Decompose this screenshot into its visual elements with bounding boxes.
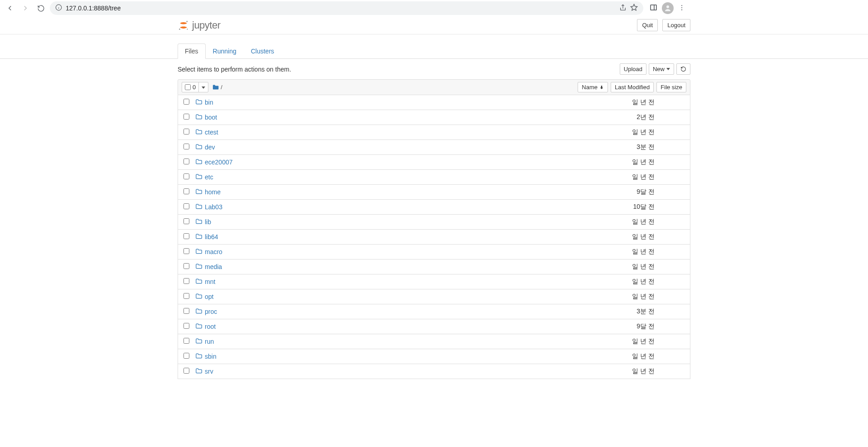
folder-icon	[195, 248, 202, 255]
tab-running[interactable]: Running	[206, 43, 244, 59]
panel-icon[interactable]	[650, 4, 657, 13]
folder-icon	[195, 278, 202, 284]
folder-icon	[195, 293, 202, 299]
file-name-link[interactable]: opt	[205, 293, 213, 300]
file-name-link[interactable]: sbin	[205, 353, 217, 360]
file-name-link[interactable]: macro	[205, 248, 222, 255]
file-modified: 3분 전	[600, 143, 655, 151]
file-row: srv일 년 전	[178, 364, 690, 379]
kebab-menu-icon[interactable]	[678, 4, 685, 13]
row-checkbox[interactable]	[183, 173, 189, 179]
file-modified: 일 년 전	[600, 367, 655, 375]
file-name-link[interactable]: etc	[205, 173, 213, 181]
folder-icon	[195, 128, 202, 135]
file-name-link[interactable]: Lab03	[205, 203, 222, 211]
address-bar[interactable]: 127.0.0.1:8888/tree	[50, 1, 643, 15]
quit-button[interactable]: Quit	[637, 19, 658, 31]
svg-point-9	[681, 9, 682, 10]
file-modified: 일 년 전	[600, 218, 655, 226]
jupyter-logo[interactable]: jupyter	[178, 19, 221, 32]
file-name-link[interactable]: lib	[205, 218, 211, 226]
file-row: Lab0310달 전	[178, 200, 690, 215]
row-checkbox[interactable]	[183, 203, 189, 209]
sort-size-button[interactable]: File size	[656, 82, 686, 92]
folder-icon	[195, 322, 202, 329]
row-checkbox[interactable]	[183, 338, 189, 344]
sort-name-button[interactable]: Name	[578, 82, 608, 92]
caret-down-icon	[202, 87, 205, 89]
sort-modified-button[interactable]: Last Modified	[611, 82, 654, 92]
select-all-group[interactable]: 0	[182, 82, 208, 92]
file-row: lib일 년 전	[178, 215, 690, 230]
jupyter-logo-text: jupyter	[192, 19, 221, 31]
row-checkbox[interactable]	[183, 278, 189, 284]
site-info-icon[interactable]	[55, 4, 62, 12]
row-checkbox[interactable]	[183, 159, 189, 164]
profile-avatar[interactable]	[662, 2, 674, 14]
refresh-button[interactable]	[676, 63, 690, 75]
tab-clusters[interactable]: Clusters	[244, 43, 281, 59]
svg-point-7	[681, 5, 682, 6]
select-menu-caret[interactable]	[198, 82, 208, 92]
row-checkbox[interactable]	[183, 129, 189, 135]
file-row: mnt일 년 전	[178, 274, 690, 289]
reload-button[interactable]	[34, 2, 47, 14]
row-checkbox[interactable]	[183, 248, 189, 254]
row-checkbox[interactable]	[183, 188, 189, 194]
file-row: bin일 년 전	[178, 95, 690, 110]
row-checkbox[interactable]	[183, 99, 189, 105]
back-button[interactable]	[4, 2, 16, 14]
row-checkbox[interactable]	[183, 218, 189, 224]
file-modified: 일 년 전	[600, 233, 655, 241]
upload-button[interactable]: Upload	[620, 63, 646, 75]
bookmark-star-icon[interactable]	[630, 4, 638, 13]
file-name-link[interactable]: bin	[205, 99, 213, 106]
logout-button[interactable]: Logout	[662, 19, 690, 31]
row-checkbox[interactable]	[183, 263, 189, 269]
file-name-link[interactable]: proc	[205, 308, 217, 315]
row-checkbox[interactable]	[183, 368, 189, 374]
tab-files[interactable]: Files	[178, 43, 206, 59]
file-name-link[interactable]: ctest	[205, 129, 218, 136]
row-checkbox[interactable]	[183, 144, 189, 149]
file-name-link[interactable]: ece20007	[205, 159, 233, 166]
selected-count: 0	[193, 84, 196, 91]
folder-icon	[195, 203, 202, 210]
file-name-link[interactable]: run	[205, 338, 214, 345]
svg-point-6	[666, 5, 669, 8]
file-name-link[interactable]: srv	[205, 368, 213, 375]
file-modified: 9달 전	[600, 188, 655, 196]
file-row: opt일 년 전	[178, 289, 690, 304]
tab-row: FilesRunningClusters	[178, 34, 690, 58]
folder-icon	[195, 218, 202, 225]
folder-icon	[195, 113, 202, 120]
row-checkbox[interactable]	[183, 293, 189, 299]
file-modified: 일 년 전	[600, 98, 655, 106]
action-row: Select items to perform actions on them.…	[178, 59, 690, 79]
file-name-link[interactable]: lib64	[205, 233, 218, 240]
share-icon[interactable]	[619, 4, 627, 13]
breadcrumb-root: /	[221, 84, 222, 91]
row-checkbox[interactable]	[183, 323, 189, 329]
svg-rect-4	[651, 5, 656, 10]
row-checkbox[interactable]	[183, 353, 189, 359]
row-checkbox[interactable]	[183, 308, 189, 314]
row-checkbox[interactable]	[183, 114, 189, 120]
file-name-link[interactable]: dev	[205, 144, 215, 151]
forward-button[interactable]	[19, 2, 32, 14]
select-all-checkbox[interactable]	[185, 84, 191, 90]
folder-icon	[195, 233, 202, 240]
file-name-link[interactable]: home	[205, 188, 221, 196]
breadcrumb[interactable]: /	[212, 84, 222, 91]
row-checkbox[interactable]	[183, 233, 189, 239]
file-name-link[interactable]: mnt	[205, 278, 215, 285]
jupyter-logo-icon	[178, 19, 189, 32]
svg-point-11	[179, 29, 180, 30]
file-modified: 일 년 전	[600, 158, 655, 166]
file-name-link[interactable]: media	[205, 263, 222, 270]
caret-down-icon	[666, 68, 670, 70]
file-name-link[interactable]: root	[205, 323, 216, 330]
folder-icon	[195, 263, 202, 269]
file-name-link[interactable]: boot	[205, 114, 217, 121]
new-button[interactable]: New	[649, 63, 674, 75]
